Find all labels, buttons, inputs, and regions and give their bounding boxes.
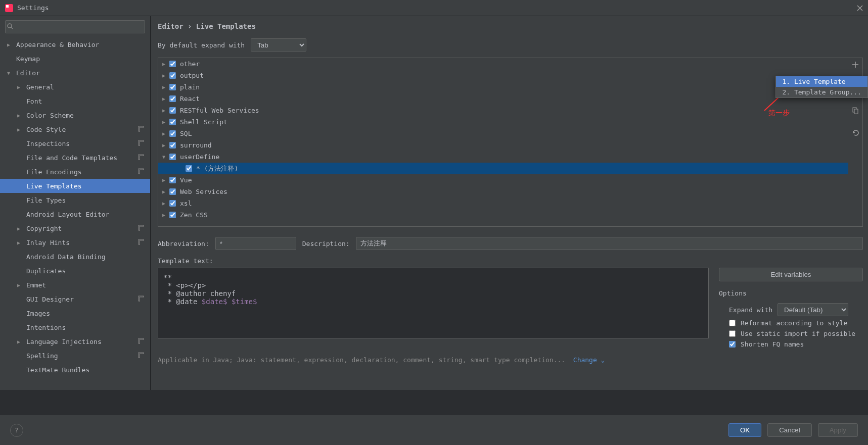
default-expand-select[interactable]: Tab	[251, 38, 306, 52]
template-item[interactable]: ▶output	[158, 70, 848, 81]
sidebar-item-general[interactable]: ▶General	[0, 80, 150, 94]
chevron-icon: ▶	[162, 96, 169, 102]
svg-rect-9	[140, 156, 144, 160]
sidebar-item-spelling[interactable]: Spelling	[0, 349, 150, 363]
sidebar-item-inlay-hints[interactable]: ▶Inlay Hints	[0, 235, 150, 250]
template-checkbox[interactable]	[169, 154, 176, 160]
template-item[interactable]: ▶other	[158, 58, 848, 70]
description-input[interactable]	[356, 237, 863, 250]
abbreviation-input[interactable]	[215, 237, 296, 250]
template-item[interactable]: ▶Web Services	[158, 186, 848, 197]
shorten-fq-checkbox[interactable]	[729, 341, 736, 348]
svg-rect-15	[140, 240, 144, 245]
chevron-icon: ▶	[17, 240, 23, 245]
sidebar-item-font[interactable]: Font	[0, 94, 150, 108]
sidebar-item-intentions[interactable]: Intentions	[0, 320, 150, 334]
chevron-icon: ▶	[162, 177, 169, 183]
template-checkbox[interactable]	[169, 130, 176, 137]
svg-rect-13	[140, 226, 144, 231]
apply-button[interactable]: Apply	[818, 423, 858, 437]
ok-button[interactable]: OK	[728, 423, 761, 437]
edit-variables-button[interactable]: Edit variables	[719, 268, 863, 281]
template-checkbox[interactable]	[169, 107, 176, 114]
close-button[interactable]	[855, 3, 865, 13]
template-item[interactable]: ▶React	[158, 93, 848, 105]
sidebar-item-file-types[interactable]: File Types	[0, 193, 150, 207]
template-text-label: Template text:	[158, 257, 863, 265]
sidebar-item-language-injections[interactable]: ▶Language Injections	[0, 334, 150, 349]
sidebar-item-editor[interactable]: ▼Editor	[0, 66, 150, 80]
template-item-label: userDefine	[180, 153, 219, 161]
template-checkbox[interactable]	[169, 72, 176, 79]
template-checkbox[interactable]	[186, 165, 192, 172]
sidebar-item-duplicates[interactable]: Duplicates	[0, 264, 150, 278]
template-item[interactable]: ▶Shell Script	[158, 116, 848, 128]
template-item-label: React	[180, 95, 200, 103]
chevron-icon: ▶	[17, 339, 23, 344]
template-item[interactable]: ▶RESTful Web Services	[158, 105, 848, 116]
template-item[interactable]: ▶plain	[158, 81, 848, 93]
sidebar-item-textmate-bundles[interactable]: TextMate Bundles	[0, 363, 150, 377]
scope-badge-icon	[138, 295, 145, 303]
template-list[interactable]: ▶other▶output▶plain▶React▶RESTful Web Se…	[158, 58, 848, 226]
template-item[interactable]: ▶Vue	[158, 174, 848, 186]
sidebar-item-copyright[interactable]: ▶Copyright	[0, 221, 150, 235]
template-checkbox[interactable]	[169, 188, 176, 195]
sidebar-item-inspections[interactable]: Inspections	[0, 136, 150, 151]
sidebar-item-keymap[interactable]: Keymap	[0, 52, 150, 66]
sidebar-item-live-templates[interactable]: Live Templates	[0, 179, 150, 193]
expand-with-select[interactable]: Default (Tab)	[778, 303, 848, 316]
sidebar-item-images[interactable]: Images	[0, 306, 150, 320]
template-checkbox[interactable]	[169, 84, 176, 90]
template-checkbox[interactable]	[169, 177, 176, 183]
template-item[interactable]: ▼userDefine	[158, 151, 848, 163]
sidebar-item-android-data-binding[interactable]: Android Data Binding	[0, 250, 150, 264]
sidebar-item-label: Appearance & Behavior	[16, 41, 145, 48]
search-input[interactable]	[5, 20, 145, 33]
expand-with-label: Expand with	[729, 306, 772, 314]
sidebar-item-label: TextMate Bundles	[26, 366, 145, 374]
template-checkbox[interactable]	[169, 119, 176, 125]
sidebar-item-emmet[interactable]: ▶Emmet	[0, 278, 150, 292]
sidebar-item-android-layout-editor[interactable]: Android Layout Editor	[0, 207, 150, 221]
sidebar-item-color-scheme[interactable]: ▶Color Scheme	[0, 108, 150, 122]
sidebar-item-label: Intentions	[26, 324, 145, 331]
template-item[interactable]: * (方法注释)	[158, 163, 848, 174]
copy-button[interactable]	[852, 107, 859, 115]
reformat-checkbox[interactable]	[729, 320, 736, 326]
content-panel: Editor › Live Templates By default expan…	[151, 16, 868, 390]
cancel-button[interactable]: Cancel	[767, 423, 812, 437]
sidebar-item-label: Live Templates	[26, 182, 145, 190]
popup-live-template[interactable]: 1. Live Template	[776, 76, 867, 87]
sidebar-item-code-style[interactable]: ▶Code Style	[0, 122, 150, 136]
template-item[interactable]: ▶SQL	[158, 128, 848, 139]
help-button[interactable]: ?	[10, 424, 23, 437]
template-checkbox[interactable]	[169, 212, 176, 218]
template-checkbox[interactable]	[169, 200, 176, 207]
change-link[interactable]: Change ⌄	[573, 356, 605, 364]
sidebar-item-label: File Encodings	[26, 168, 138, 176]
svg-rect-19	[140, 339, 144, 344]
static-import-checkbox[interactable]	[729, 330, 736, 337]
sidebar-item-file-encodings[interactable]: File Encodings	[0, 165, 150, 179]
template-text-input[interactable]: ** * <p></p> * @author chenyf * @date $d…	[158, 268, 709, 338]
template-checkbox[interactable]	[169, 95, 176, 102]
sidebar-item-file-and-code-templates[interactable]: File and Code Templates	[0, 151, 150, 165]
template-item[interactable]: ▶surround	[158, 139, 848, 151]
scope-badge-icon	[138, 338, 145, 345]
search-icon	[7, 23, 13, 31]
app-icon	[5, 4, 13, 12]
template-checkbox[interactable]	[169, 61, 176, 67]
revert-button[interactable]	[852, 129, 859, 138]
chevron-icon: ▶	[17, 84, 23, 90]
sidebar-item-label: File and Code Templates	[26, 154, 138, 162]
sidebar-item-gui-designer[interactable]: GUI Designer	[0, 292, 150, 306]
template-item[interactable]: ▶xsl	[158, 197, 848, 209]
template-item-label: Vue	[180, 176, 192, 184]
template-checkbox[interactable]	[169, 142, 176, 149]
template-item[interactable]: ▶Zen CSS	[158, 209, 848, 221]
template-item-label: Shell Script	[180, 118, 227, 126]
sidebar-item-appearance-behavior[interactable]: ▶Appearance & Behavior	[0, 37, 150, 52]
popup-template-group[interactable]: 2. Template Group...	[776, 87, 867, 97]
add-button[interactable]	[852, 61, 859, 70]
